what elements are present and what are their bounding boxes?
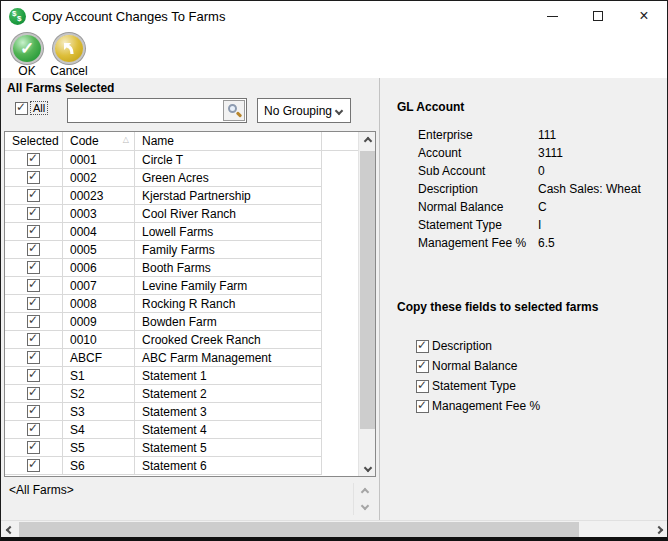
table-row[interactable]: ✓ S5 Statement 5 <box>5 439 358 457</box>
cell-code: S4 <box>63 421 135 439</box>
cell-code: S6 <box>63 457 135 475</box>
cell-code: 00023 <box>63 187 135 205</box>
cancel-button[interactable]: Cancel <box>48 31 90 78</box>
chevron-right-icon <box>654 526 662 534</box>
copy-option-checkbox[interactable]: ✓ <box>416 380 429 393</box>
search-button[interactable] <box>223 100 245 121</box>
copy-option-checkbox[interactable]: ✓ <box>416 400 429 413</box>
cell-name: Statement 6 <box>135 457 322 475</box>
copy-option-checkbox[interactable]: ✓ <box>416 360 429 373</box>
row-checkbox[interactable]: ✓ <box>27 243 40 256</box>
row-checkbox[interactable]: ✓ <box>27 369 40 382</box>
table-row[interactable]: ✓ 0009 Bowden Farm <box>5 313 358 331</box>
table-row[interactable]: ✓ 00023 Kjerstad Partnership <box>5 187 358 205</box>
row-checkbox[interactable]: ✓ <box>27 441 40 454</box>
row-checkbox[interactable]: ✓ <box>27 261 40 274</box>
farms-table-body: ✓ 0001 Circle T ✓ 0002 Green Acres ✓ 000… <box>5 151 358 475</box>
cell-code: ABCF <box>63 349 135 367</box>
row-checkbox[interactable]: ✓ <box>27 405 40 418</box>
table-row[interactable]: ✓ 0004 Lowell Farms <box>5 223 358 241</box>
chevron-down-icon <box>335 107 343 115</box>
ok-button[interactable]: ✓ OK <box>6 31 48 78</box>
row-checkbox[interactable]: ✓ <box>27 189 40 202</box>
copy-option-row[interactable]: ✓ Statement Type <box>416 376 540 396</box>
table-row[interactable]: ✓ S4 Statement 4 <box>5 421 358 439</box>
row-checkbox[interactable]: ✓ <box>27 297 40 310</box>
gl-field-value: 3111 <box>538 146 563 160</box>
search-input[interactable] <box>69 100 223 121</box>
cell-code: 0002 <box>63 169 135 187</box>
copy-option-row[interactable]: ✓ Normal Balance <box>416 356 540 376</box>
cell-name: Levine Family Farm <box>135 277 322 295</box>
column-header-selected[interactable]: Selected <box>5 132 63 150</box>
column-header-code[interactable]: Code △ <box>63 132 135 150</box>
table-row[interactable]: ✓ 0006 Booth Farms <box>5 259 358 277</box>
spinner-down-icon[interactable] <box>360 502 368 510</box>
scroll-up-button[interactable] <box>359 132 376 149</box>
table-row[interactable]: ✓ 0005 Family Farms <box>5 241 358 259</box>
ok-button-label: OK <box>18 64 35 78</box>
cell-code: 0001 <box>63 151 135 169</box>
gl-account-header: GL Account <box>397 100 464 114</box>
table-row[interactable]: ✓ 0003 Cool River Ranch <box>5 205 358 223</box>
table-row[interactable]: ✓ 0002 Green Acres <box>5 169 358 187</box>
cell-code: 0005 <box>63 241 135 259</box>
cell-name: Rocking R Ranch <box>135 295 322 313</box>
close-button[interactable]: × <box>621 1 667 31</box>
gl-field-label: Normal Balance <box>418 200 538 214</box>
copy-option-label: Normal Balance <box>432 359 517 373</box>
table-row[interactable]: ✓ S6 Statement 6 <box>5 457 358 475</box>
row-checkbox[interactable]: ✓ <box>27 153 40 166</box>
gl-field-label: Description <box>418 182 538 196</box>
minimize-button[interactable] <box>529 1 575 31</box>
copy-option-row[interactable]: ✓ Description <box>416 336 540 356</box>
table-row[interactable]: ✓ S2 Statement 2 <box>5 385 358 403</box>
table-row[interactable]: ✓ ABCF ABC Farm Management <box>5 349 358 367</box>
row-checkbox[interactable]: ✓ <box>27 333 40 346</box>
all-checkbox[interactable]: ✓ <box>15 102 28 115</box>
farms-table-inner: Selected Code △ Name ✓ 0001 Circle T ✓ 0… <box>5 132 358 476</box>
table-row[interactable]: ✓ 0008 Rocking R Ranch <box>5 295 358 313</box>
row-checkbox[interactable]: ✓ <box>27 279 40 292</box>
gl-field-row: Enterprise 111 <box>418 126 658 144</box>
maximize-button[interactable] <box>575 1 621 31</box>
record-spinner <box>353 483 371 515</box>
table-row[interactable]: ✓ S1 Statement 1 <box>5 367 358 385</box>
vertical-scrollbar-thumb[interactable] <box>360 151 375 429</box>
scroll-down-button[interactable] <box>359 459 376 476</box>
row-checkbox[interactable]: ✓ <box>27 315 40 328</box>
row-checkbox[interactable]: ✓ <box>27 351 40 364</box>
cell-name: ABC Farm Management <box>135 349 322 367</box>
cell-code: S2 <box>63 385 135 403</box>
farms-panel-header: All Farms Selected <box>7 81 114 95</box>
table-vertical-scrollbar[interactable] <box>358 132 375 476</box>
table-row[interactable]: ✓ 0007 Levine Family Farm <box>5 277 358 295</box>
copy-option-row[interactable]: ✓ Management Fee % <box>416 396 540 416</box>
table-row[interactable]: ✓ 0010 Crooked Creek Ranch <box>5 331 358 349</box>
table-row[interactable]: ✓ S3 Statement 3 <box>5 403 358 421</box>
row-checkbox[interactable]: ✓ <box>27 225 40 238</box>
horizontal-scrollbar[interactable] <box>1 520 667 538</box>
all-checkbox-wrap[interactable]: ✓ All <box>15 101 48 115</box>
row-checkbox[interactable]: ✓ <box>27 171 40 184</box>
gl-field-value: 111 <box>538 128 556 142</box>
cell-name: Kjerstad Partnership <box>135 187 322 205</box>
cell-name: Statement 5 <box>135 439 322 457</box>
scroll-left-button[interactable] <box>1 521 18 539</box>
row-checkbox[interactable]: ✓ <box>27 423 40 436</box>
horizontal-scrollbar-thumb[interactable] <box>19 522 579 538</box>
cell-code: 0004 <box>63 223 135 241</box>
row-checkbox[interactable]: ✓ <box>27 207 40 220</box>
copy-option-checkbox[interactable]: ✓ <box>416 340 429 353</box>
gl-field-row: Management Fee % 6.5 <box>418 234 658 252</box>
row-checkbox[interactable]: ✓ <box>27 459 40 472</box>
grouping-dropdown[interactable]: No Grouping <box>257 98 351 123</box>
column-header-name[interactable]: Name <box>135 132 322 150</box>
spinner-up-icon[interactable] <box>360 488 368 496</box>
copy-option-label: Management Fee % <box>432 399 540 413</box>
cell-name: Circle T <box>135 151 322 169</box>
scroll-right-button[interactable] <box>650 521 667 539</box>
maximize-icon <box>593 11 603 21</box>
row-checkbox[interactable]: ✓ <box>27 387 40 400</box>
table-row[interactable]: ✓ 0001 Circle T <box>5 151 358 169</box>
